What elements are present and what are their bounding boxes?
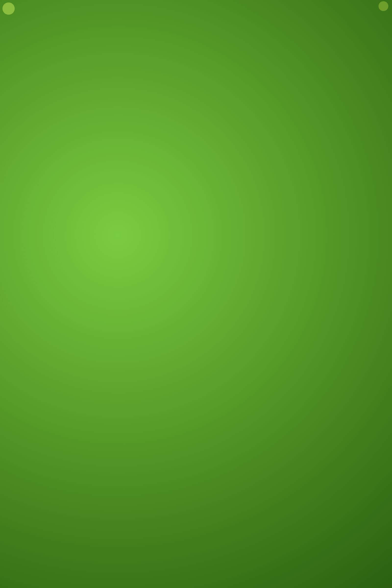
features-cards: ECO SOLUTIONS Asety kscabo nerafaes apli… [196,159,301,222]
card-organic-image [251,159,301,188]
features-section: ONLY PROGRESSIVE ANDECO FRIENDLY TECHNOL… [86,146,306,234]
card-organic: PURE ORGANIC Mliasrdas nventi aesaert ap… [251,159,301,222]
card-green-bg [251,159,301,188]
